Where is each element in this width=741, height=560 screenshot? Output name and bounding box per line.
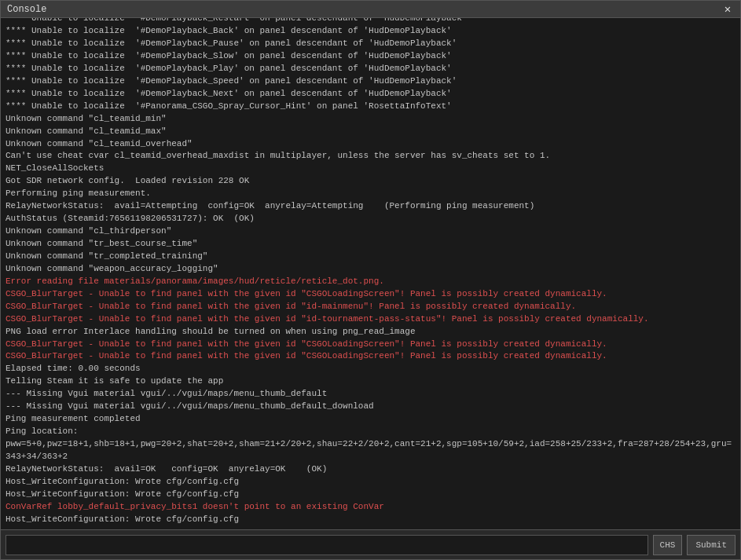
console-line: Telling Steam it is safe to update the a… (6, 375, 735, 388)
console-line: **** Unable to localize '#DemoPlayback_P… (6, 38, 735, 50)
console-line: Unknown command "cl_teamid_min" (6, 113, 735, 126)
console-line: PNG load error Interlace handling should… (6, 326, 735, 339)
console-line: Unknown command "cl_teamid_overhead" (6, 138, 735, 151)
console-line: AuthStatus (Steamid:76561198206531727): … (6, 213, 735, 225)
console-line: --- Missing Vgui material vgui/../vgui/m… (6, 388, 735, 401)
chs-button[interactable]: CHS (653, 535, 683, 555)
console-output: --- Missing Vgui material vgui/store/sto… (1, 18, 740, 529)
console-line: **** Unable to localize '#DemoPlayback_N… (6, 88, 735, 101)
console-window: Console ✕ --- Missing Vgui material vgui… (0, 0, 741, 560)
console-line: **** Unable to localize '#DemoPlayback_R… (6, 18, 735, 25)
console-line: CSGO_BlurTarget - Unable to find panel w… (6, 350, 735, 363)
console-line: RelayNetworkStatus: avail=Attempting con… (6, 200, 735, 213)
console-line: Performing ping measurement. (6, 188, 735, 200)
console-line: **** Unable to localize '#Panorama_CSGO_… (6, 101, 735, 113)
console-line: Elapsed time: 0.00 seconds (6, 363, 735, 375)
console-line: Unknown command "cl_thirdperson" (6, 225, 735, 238)
console-line: CSGO_BlurTarget - Unable to find panel w… (6, 313, 735, 326)
console-line: Host_WriteConfiguration: Wrote cfg/confi… (6, 514, 735, 526)
console-line: NET_CloseAllSockets (6, 163, 735, 175)
console-line: **** Unable to localize '#DemoPlayback_P… (6, 63, 735, 75)
console-line: Unknown command "cl_teamid_max" (6, 126, 735, 138)
console-line: **** Unable to localize '#DemoPlayback_S… (6, 75, 735, 88)
console-line: Host_WriteConfiguration: Wrote cfg/confi… (6, 476, 735, 489)
console-line: Unknown command "tr_completed_training" (6, 251, 735, 263)
console-line: Can't use cheat cvar cl_teamid_overhead_… (6, 150, 735, 163)
console-line: pww=5+0,pwz=18+1,shb=18+1,pwg=20+2,shat=… (6, 438, 735, 463)
window-title: Console (7, 4, 46, 15)
console-line: Error reading file materials/panorama/im… (6, 276, 735, 288)
console-line: CSGO_BlurTarget - Unable to find panel w… (6, 288, 735, 301)
console-line: Ping measurement completed (6, 413, 735, 426)
console-line: ConVarRef lobby_default_privacy_bits1 do… (6, 501, 735, 514)
console-line: Unknown command "tr_best_course_time" (6, 238, 735, 251)
console-line: Host_WriteConfiguration: Wrote cfg/confi… (6, 489, 735, 501)
close-button[interactable]: ✕ (721, 3, 734, 16)
console-line: Got SDR network config. Loaded revision … (6, 175, 735, 188)
console-line: **** Unable to localize '#DemoPlayback_B… (6, 25, 735, 38)
submit-button[interactable]: Submit (687, 535, 735, 555)
console-line: **** Unable to localize '#DemoPlayback_S… (6, 50, 735, 63)
console-line: RelayNetworkStatus: avail=OK config=OK a… (6, 463, 735, 476)
console-line: Ping location: (6, 426, 735, 438)
console-line: --- Missing Vgui material vgui/../vgui/m… (6, 401, 735, 413)
console-line: CSGO_BlurTarget - Unable to find panel w… (6, 301, 735, 313)
bottom-bar: CHS Submit (1, 529, 740, 559)
console-input[interactable] (6, 535, 648, 555)
console-line: Unknown command "weapon_accuracy_logging… (6, 263, 735, 276)
title-bar: Console ✕ (1, 1, 740, 18)
console-line: CSGO_BlurTarget - Unable to find panel w… (6, 339, 735, 351)
